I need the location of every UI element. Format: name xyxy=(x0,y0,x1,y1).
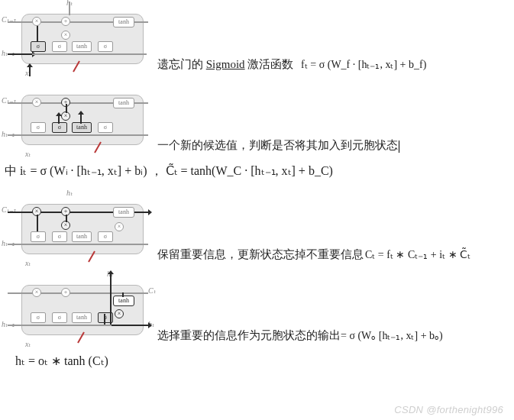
formula-update: Cₜ = fₜ ∗ Cₜ₋₁ + iₜ ∗ C̃ₜ xyxy=(365,249,470,260)
i-up-2 xyxy=(58,116,60,124)
add-4: + xyxy=(61,288,70,297)
bottom-line xyxy=(32,53,147,55)
formula-forget: fₜ = σ (W_f · [hₜ₋₁, xₜ] + b_f) xyxy=(301,59,426,70)
sigma-i-4: σ xyxy=(52,312,67,323)
sigma-f-2: σ xyxy=(31,122,46,133)
label-ht-3: hₜ xyxy=(66,189,73,197)
label-ct-4: Cₜ xyxy=(148,286,156,295)
c-down-4 xyxy=(122,292,124,297)
sigma-f-3: σ xyxy=(31,231,46,242)
watermark: CSDN @forthenight996 xyxy=(394,404,503,415)
sigma-gate-f: σ xyxy=(31,41,46,52)
mul-o-3: × xyxy=(115,222,124,231)
tanh-out: tanh xyxy=(113,17,134,27)
caption-update-text: 保留重要信息，更新状态忘掉不重要信息 xyxy=(157,248,364,260)
row-forget-gate: hₜ Cₜ₋₁ hₜ₋₁ xₜ fₜ σ σ tanh σ × + × tanh… xyxy=(0,0,514,76)
caption-input: 一个新的候选值，判断是否将其加入到元胞状态 xyxy=(153,136,514,157)
diagram-output: hₜ Cₜ hₜ₋₁ hₜ xₜ σ σ tanh σ × + tanh × xyxy=(0,271,153,347)
mul-f-4: × xyxy=(32,288,41,297)
top-line-4 xyxy=(8,292,148,294)
row-cell-update: hₜ Cₜ₋₁ hₜ₋₁ xₜ fₜ σ σ tanh σ × + × tanh… xyxy=(0,190,514,267)
caption-update: 保留重要信息，更新状态忘掉不重要信息Cₜ = fₜ ∗ Cₜ₋₁ + iₜ ∗ … xyxy=(153,245,514,267)
mul-o-4: × xyxy=(115,309,124,318)
bottom-line-2 xyxy=(8,134,148,136)
x-input-line xyxy=(29,67,31,76)
caption-forget: 遗忘门的 Sigmoid 激活函数 fₜ = σ (W_f · [hₜ₋₁, x… xyxy=(153,55,514,76)
caption-mid: Sigmoid xyxy=(206,58,245,70)
caption-post: 激活函数 xyxy=(245,58,294,70)
tanh-out-2: tanh xyxy=(113,98,134,108)
tanh-3: tanh xyxy=(72,231,92,242)
add-op: + xyxy=(61,17,70,26)
sigma-gate-o: σ xyxy=(98,41,113,52)
diagram-update: hₜ Cₜ₋₁ hₜ₋₁ xₜ fₜ σ σ tanh σ × + × tanh… xyxy=(0,190,153,267)
sigma-f-4: σ xyxy=(31,312,46,323)
merge-up-2 xyxy=(66,104,67,113)
diagram-input: Cₜ₋₁ hₜ₋₁ xₜ iₜ σ σ tanh σ × + × tanh xyxy=(0,81,153,157)
diagram-forget: hₜ Cₜ₋₁ hₜ₋₁ xₜ fₜ σ σ tanh σ × + × tanh xyxy=(0,0,153,76)
sigma-i-2: σ xyxy=(52,122,67,133)
bottom-line-4 xyxy=(8,325,112,326)
h-up-4 xyxy=(110,274,112,325)
h-out-line-4 xyxy=(112,325,148,326)
sigma-o-2: σ xyxy=(98,122,113,133)
c-up-2 xyxy=(80,115,82,124)
row-output-gate: hₜ Cₜ hₜ₋₁ hₜ xₜ σ σ tanh σ × + tanh × 选… xyxy=(0,271,514,347)
tanh-out-3: tanh xyxy=(113,207,134,218)
h-input-line xyxy=(8,53,32,55)
label-xt-3: xₜ xyxy=(25,259,31,267)
tanh-2: tanh xyxy=(72,122,92,133)
caption-pre: 遗忘门的 xyxy=(157,58,206,70)
formula-input-full: 中 iₜ = σ (Wᵢ · [hₜ₋₁, xₜ] + bᵢ) ， C̃ₜ = … xyxy=(5,163,514,179)
caption-output-text: 选择重要的信息作为元胞状态的输出 xyxy=(157,329,341,341)
caption-output: 选择重要的信息作为元胞状态的输出= σ (Wₒ [hₜ₋₁, xₜ] + bₒ) xyxy=(153,326,514,347)
label-xt-4: xₜ xyxy=(25,340,31,348)
tanh-out-4: tanh xyxy=(113,296,134,306)
tanh-4: tanh xyxy=(72,312,92,323)
sigma-i-3: σ xyxy=(52,231,67,242)
tanh-gate: tanh xyxy=(72,41,92,52)
sigma-gate-i: σ xyxy=(52,41,67,52)
h-out-line xyxy=(69,2,70,15)
bottom-line-3 xyxy=(8,244,148,245)
formula-output: = σ (Wₒ [hₜ₋₁, xₜ] + bₒ) xyxy=(341,330,443,341)
o-up-4 xyxy=(104,314,105,325)
formula-output-full: hₜ = oₜ ∗ tanh (Cₜ) xyxy=(15,354,514,368)
label-xt-2: xₜ xyxy=(25,150,31,158)
mul-f-2: × xyxy=(32,98,41,107)
f-up-3 xyxy=(37,215,38,231)
caption-input-text: 一个新的候选值，判断是否将其加入到元胞状态 xyxy=(157,139,398,151)
text-cursor-icon xyxy=(399,141,399,153)
merge-3 xyxy=(66,215,67,222)
mul-op-f: × xyxy=(32,17,41,26)
mul-op-i: × xyxy=(61,31,70,40)
row-input-gate: Cₜ₋₁ hₜ₋₁ xₜ iₜ σ σ tanh σ × + × tanh 一个… xyxy=(0,81,514,157)
sigma-o-3: σ xyxy=(98,231,113,242)
